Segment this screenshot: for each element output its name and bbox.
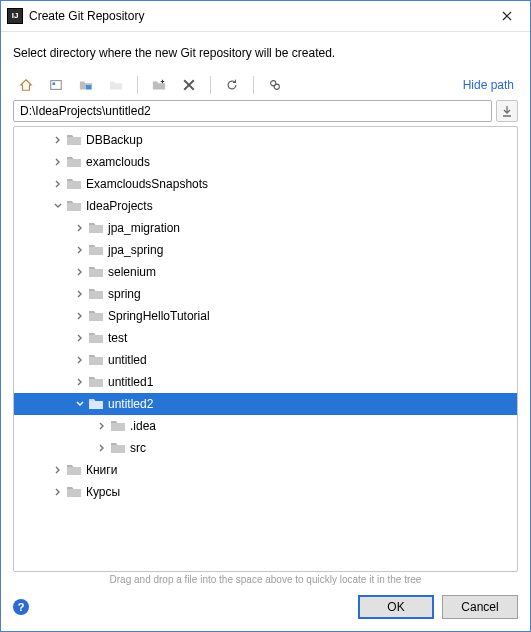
expand-toggle[interactable] bbox=[50, 488, 66, 496]
close-icon bbox=[502, 11, 512, 21]
expand-toggle[interactable] bbox=[72, 268, 88, 276]
tree-item-label: untitled2 bbox=[108, 397, 153, 411]
delete-icon bbox=[183, 79, 195, 91]
tree-item-label: SpringHelloTutorial bbox=[108, 309, 210, 323]
folder-icon bbox=[88, 375, 104, 389]
dialog-content: Select directory where the new Git repos… bbox=[1, 32, 530, 585]
toolbar: Hide path bbox=[13, 70, 518, 100]
button-bar: ? OK Cancel bbox=[1, 585, 530, 631]
refresh-button[interactable] bbox=[219, 74, 245, 96]
svg-point-4 bbox=[274, 84, 279, 89]
tree-item[interactable]: .idea bbox=[14, 415, 517, 437]
path-row bbox=[13, 100, 518, 122]
hide-path-link[interactable]: Hide path bbox=[459, 78, 518, 92]
folder-icon bbox=[66, 485, 82, 499]
cancel-button[interactable]: Cancel bbox=[442, 595, 518, 619]
folder-icon bbox=[66, 199, 82, 213]
folder-icon bbox=[66, 133, 82, 147]
expand-toggle[interactable] bbox=[72, 334, 88, 342]
tree-item-label: spring bbox=[108, 287, 141, 301]
expand-toggle[interactable] bbox=[72, 378, 88, 386]
help-button[interactable]: ? bbox=[13, 599, 29, 615]
tree-item-label: .idea bbox=[130, 419, 156, 433]
expand-toggle[interactable] bbox=[72, 400, 88, 408]
folder-icon bbox=[66, 463, 82, 477]
expand-toggle[interactable] bbox=[72, 356, 88, 364]
tree-item[interactable]: spring bbox=[14, 283, 517, 305]
directory-tree[interactable]: DBBackupexamcloudsExamcloudsSnapshotsIde… bbox=[14, 127, 517, 571]
new-folder-icon bbox=[152, 78, 166, 92]
toolbar-separator bbox=[137, 76, 138, 94]
tree-item[interactable]: test bbox=[14, 327, 517, 349]
ok-button[interactable]: OK bbox=[358, 595, 434, 619]
app-icon: IJ bbox=[7, 8, 23, 24]
instruction-text: Select directory where the new Git repos… bbox=[13, 42, 518, 70]
expand-toggle[interactable] bbox=[50, 158, 66, 166]
dialog-window: IJ Create Git Repository Select director… bbox=[0, 0, 531, 632]
path-history-button[interactable] bbox=[496, 100, 518, 122]
tree-item-label: examclouds bbox=[86, 155, 150, 169]
expand-toggle[interactable] bbox=[72, 224, 88, 232]
expand-toggle[interactable] bbox=[72, 312, 88, 320]
titlebar: IJ Create Git Repository bbox=[1, 1, 530, 32]
folder-icon bbox=[110, 441, 126, 455]
svg-rect-1 bbox=[53, 82, 56, 85]
show-hidden-button[interactable] bbox=[262, 74, 288, 96]
tree-item[interactable]: untitled bbox=[14, 349, 517, 371]
folder-icon bbox=[110, 419, 126, 433]
tree-item[interactable]: ExamcloudsSnapshots bbox=[14, 173, 517, 195]
expand-toggle[interactable] bbox=[50, 202, 66, 210]
tree-item[interactable]: IdeaProjects bbox=[14, 195, 517, 217]
tree-item[interactable]: SpringHelloTutorial bbox=[14, 305, 517, 327]
tree-item[interactable]: Книги bbox=[14, 459, 517, 481]
svg-rect-0 bbox=[51, 81, 62, 90]
expand-toggle[interactable] bbox=[94, 422, 110, 430]
download-icon bbox=[501, 105, 513, 117]
tree-item-label: ExamcloudsSnapshots bbox=[86, 177, 208, 191]
project-icon bbox=[49, 78, 63, 92]
expand-toggle[interactable] bbox=[50, 180, 66, 188]
tree-item-label: Курсы bbox=[86, 485, 120, 499]
folder-icon bbox=[88, 287, 104, 301]
tree-item[interactable]: selenium bbox=[14, 261, 517, 283]
show-hidden-icon bbox=[268, 78, 282, 92]
tree-item-label: src bbox=[130, 441, 146, 455]
tree-item-label: test bbox=[108, 331, 127, 345]
tree-item-label: selenium bbox=[108, 265, 156, 279]
folder-icon bbox=[66, 155, 82, 169]
content-folder-icon bbox=[109, 78, 123, 92]
tree-item-label: DBBackup bbox=[86, 133, 143, 147]
delete-button[interactable] bbox=[176, 74, 202, 96]
expand-toggle[interactable] bbox=[50, 466, 66, 474]
module-button[interactable] bbox=[73, 74, 99, 96]
help-icon: ? bbox=[18, 601, 25, 613]
tree-item[interactable]: src bbox=[14, 437, 517, 459]
project-button[interactable] bbox=[43, 74, 69, 96]
module-folder-icon bbox=[79, 78, 93, 92]
tree-item[interactable]: jpa_migration bbox=[14, 217, 517, 239]
tree-item[interactable]: untitled2 bbox=[14, 393, 517, 415]
expand-toggle[interactable] bbox=[72, 246, 88, 254]
new-folder-button[interactable] bbox=[146, 74, 172, 96]
tree-item[interactable]: examclouds bbox=[14, 151, 517, 173]
tree-item[interactable]: Курсы bbox=[14, 481, 517, 503]
expand-toggle[interactable] bbox=[72, 290, 88, 298]
folder-icon bbox=[88, 331, 104, 345]
folder-icon bbox=[88, 243, 104, 257]
expand-toggle[interactable] bbox=[50, 136, 66, 144]
tree-item[interactable]: untitled1 bbox=[14, 371, 517, 393]
folder-icon bbox=[88, 265, 104, 279]
home-button[interactable] bbox=[13, 74, 39, 96]
tree-item-label: untitled1 bbox=[108, 375, 153, 389]
expand-toggle[interactable] bbox=[94, 444, 110, 452]
content-root-button[interactable] bbox=[103, 74, 129, 96]
svg-rect-2 bbox=[86, 85, 91, 89]
folder-icon bbox=[88, 309, 104, 323]
path-input[interactable] bbox=[13, 100, 492, 122]
close-button[interactable] bbox=[484, 1, 530, 31]
tree-item-label: Книги bbox=[86, 463, 117, 477]
tree-item[interactable]: DBBackup bbox=[14, 129, 517, 151]
tree-item-label: IdeaProjects bbox=[86, 199, 153, 213]
tree-item[interactable]: jpa_spring bbox=[14, 239, 517, 261]
tree-item-label: jpa_migration bbox=[108, 221, 180, 235]
